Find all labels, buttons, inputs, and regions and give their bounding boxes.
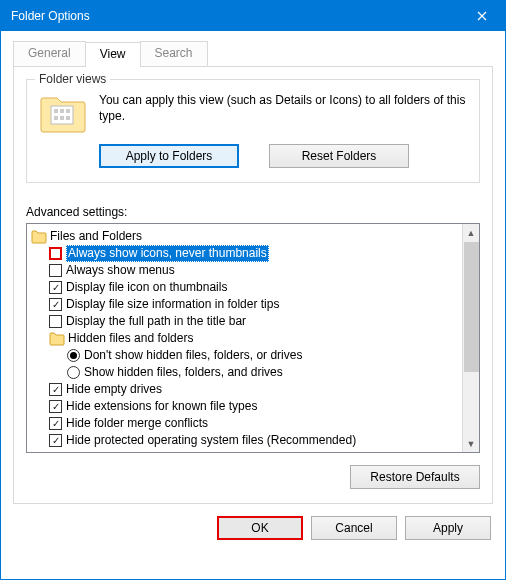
restore-defaults-button[interactable]: Restore Defaults [350,465,480,489]
close-button[interactable] [459,1,505,31]
window-title: Folder Options [11,9,459,23]
checkbox-icon[interactable]: ✓ [49,434,62,447]
folder-views-legend: Folder views [35,72,110,86]
view-panel: Folder views You can apply this view (su… [13,66,493,504]
opt-display-full-path[interactable]: Display the full path in the title bar [29,313,462,330]
checkbox-icon[interactable]: ✓ [49,417,62,430]
ok-button[interactable]: OK [217,516,303,540]
opt-display-file-icon[interactable]: ✓ Display file icon on thumbnails [29,279,462,296]
opt-always-show-menus[interactable]: Always show menus [29,262,462,279]
tab-general[interactable]: General [13,41,86,66]
reset-folders-button[interactable]: Reset Folders [269,144,409,168]
tree-content: Files and Folders Always show icons, nev… [27,224,462,452]
advanced-settings-tree[interactable]: Files and Folders Always show icons, nev… [26,223,480,453]
folder-icon [31,230,47,244]
tab-strip: General View Search [1,31,505,66]
svg-rect-5 [60,116,64,120]
close-icon [477,11,487,21]
radio-icon[interactable] [67,366,80,379]
checkbox-icon[interactable]: ✓ [49,400,62,413]
opt-show-hidden[interactable]: Show hidden files, folders, and drives [29,364,462,381]
titlebar[interactable]: Folder Options [1,1,505,31]
tab-search[interactable]: Search [140,41,208,66]
svg-rect-6 [66,116,70,120]
svg-rect-3 [66,109,70,113]
apply-to-folders-button[interactable]: Apply to Folders [99,144,239,168]
advanced-label: Advanced settings: [26,205,480,219]
checkbox-icon[interactable] [49,315,62,328]
opt-dont-show-hidden[interactable]: Don't show hidden files, folders, or dri… [29,347,462,364]
opt-hide-extensions[interactable]: ✓ Hide extensions for known file types [29,398,462,415]
checkbox-icon[interactable]: ✓ [49,281,62,294]
folder-icon [39,92,87,134]
hidden-files-group[interactable]: Hidden files and folders [29,330,462,347]
scroll-thumb[interactable] [464,242,479,372]
svg-rect-4 [54,116,58,120]
checkbox-icon[interactable] [49,247,62,260]
svg-rect-0 [51,106,73,124]
apply-button[interactable]: Apply [405,516,491,540]
folder-options-window: Folder Options General View Search Folde… [0,0,506,580]
opt-hide-empty-drives[interactable]: ✓ Hide empty drives [29,381,462,398]
folder-views-group: Folder views You can apply this view (su… [26,79,480,183]
opt-display-file-size[interactable]: ✓ Display file size information in folde… [29,296,462,313]
folder-views-desc: You can apply this view (such as Details… [99,92,467,124]
radio-icon[interactable] [67,349,80,362]
scroll-down-icon[interactable]: ▼ [463,435,479,452]
cancel-button[interactable]: Cancel [311,516,397,540]
opt-always-show-icons[interactable]: Always show icons, never thumbnails [29,245,462,262]
checkbox-icon[interactable] [49,264,62,277]
dialog-buttons: OK Cancel Apply [1,516,505,554]
scrollbar[interactable]: ▲ ▼ [462,224,479,452]
checkbox-icon[interactable]: ✓ [49,383,62,396]
scroll-up-icon[interactable]: ▲ [463,224,479,241]
opt-hide-protected-os-files[interactable]: ✓ Hide protected operating system files … [29,432,462,449]
svg-rect-2 [60,109,64,113]
folder-icon [49,332,65,346]
tab-view[interactable]: View [85,42,141,67]
opt-hide-merge-conflicts[interactable]: ✓ Hide folder merge conflicts [29,415,462,432]
tree-root[interactable]: Files and Folders [29,228,462,245]
svg-rect-1 [54,109,58,113]
checkbox-icon[interactable]: ✓ [49,298,62,311]
